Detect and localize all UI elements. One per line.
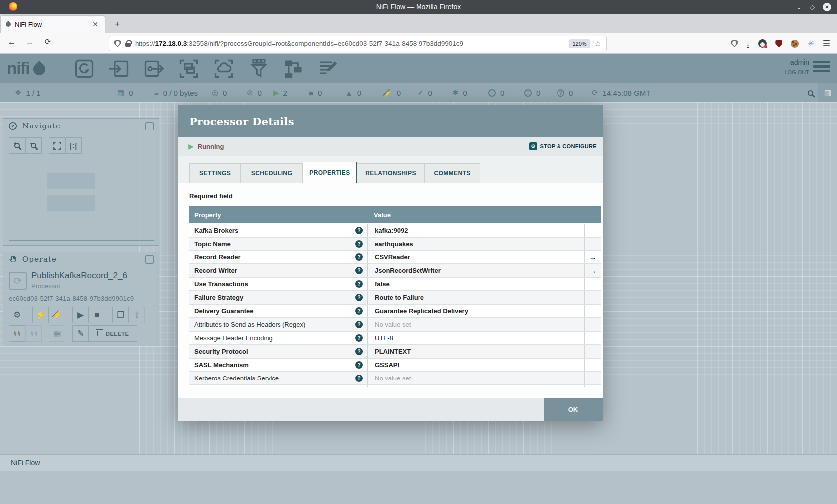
page-zoom-badge[interactable]: 120% (569, 39, 590, 48)
help-icon[interactable]: ? (355, 375, 363, 382)
disable-button[interactable]: ⚡ (49, 307, 65, 323)
tab-relationships[interactable]: RELATIONSHIPS (357, 163, 424, 183)
url-bar[interactable]: https://172.18.0.3:32558/nifi/?processGr… (109, 36, 607, 51)
browser-menu-button[interactable]: ☰ (823, 38, 830, 49)
help-icon[interactable]: ? (355, 334, 363, 342)
property-name: Attributes to Send as Headers (Regex) (194, 321, 305, 328)
status-item-locally-modified-stale: !0 (524, 83, 540, 102)
tab-settings[interactable]: SETTINGS (189, 163, 241, 183)
navigate-collapse-button[interactable]: – (145, 122, 154, 130)
window-maximize-button[interactable]: ◇ (810, 3, 815, 11)
tab-scheduling[interactable]: SCHEDULING (241, 163, 303, 183)
global-menu-button[interactable] (813, 61, 830, 74)
window-minimize-button[interactable]: ⌄ (796, 3, 802, 11)
zoom-in-button[interactable]: + (9, 137, 25, 154)
paste-button[interactable]: ⧉ (25, 325, 42, 342)
birdseye-minimap[interactable] (9, 161, 154, 241)
funnel-icon[interactable] (247, 57, 270, 80)
property-row: Failure Strategy?Route to Failure (189, 291, 601, 305)
zoom-fit-button[interactable] (49, 137, 65, 154)
ok-button[interactable]: OK (544, 398, 603, 421)
properties-pane: Required field Property Value Kafka Brok… (178, 183, 603, 398)
zoom-out-button[interactable]: − (25, 137, 42, 154)
help-icon[interactable]: ? (355, 307, 363, 315)
help-icon[interactable]: ? (355, 280, 363, 288)
output-port-icon[interactable] (142, 57, 165, 80)
status-count: 0 (536, 89, 540, 97)
status-count: 0 (463, 89, 467, 97)
extension-ublock-icon[interactable] (775, 40, 782, 48)
color-button[interactable]: ✎ (72, 325, 89, 342)
lock-icon[interactable] (125, 43, 131, 47)
forward-button[interactable]: → (24, 37, 36, 47)
help-icon[interactable]: ? (355, 227, 363, 234)
stop-and-configure-button[interactable]: ⚙ STOP & CONFIGURE (529, 142, 597, 150)
status-count: 0 (569, 89, 573, 97)
remote-process-group-icon[interactable] (212, 57, 235, 80)
help-icon[interactable]: ? (355, 294, 363, 301)
help-icon[interactable]: ? (355, 348, 363, 355)
label-icon[interactable] (317, 57, 340, 80)
downloads-icon[interactable]: ↓ (746, 39, 750, 48)
template-icon[interactable] (282, 57, 305, 80)
configure-button[interactable]: ⚙ (9, 307, 25, 323)
enable-button[interactable]: ⚡ (32, 307, 49, 323)
dialog-header: Processor Details (178, 105, 603, 137)
save-template-button[interactable]: ❐ (112, 307, 129, 323)
help-icon[interactable]: ? (355, 321, 363, 328)
tab-properties[interactable]: PROPERTIES (303, 162, 357, 183)
extension-cookie-icon[interactable] (791, 40, 799, 48)
extension-colorful-icon[interactable]: ✳ (807, 39, 814, 48)
window-close-button[interactable]: ✕ (823, 3, 831, 11)
table-body[interactable]: Kafka Brokers?kafka:9092Topic Name?earth… (189, 223, 601, 387)
search-icon[interactable] (808, 89, 813, 98)
property-row: Topic Name?earthquakes (189, 238, 601, 251)
dialog-status-row: ▶ Running ⚙ STOP & CONFIGURE (178, 137, 603, 156)
help-icon[interactable]: ? (355, 267, 363, 274)
go-to-service-icon[interactable]: → (589, 266, 597, 275)
property-row: Delivery Guarantee?Guarantee Replicated … (189, 305, 601, 318)
tab-comments[interactable]: COMMENTS (424, 163, 480, 183)
group-button[interactable]: ▦ (49, 325, 65, 342)
upload-template-button[interactable]: ⇧ (129, 307, 145, 323)
status-item-transmitting: ◎0 (212, 83, 227, 102)
zoom-actual-button[interactable]: |:| (65, 137, 82, 154)
property-value: No value set (367, 385, 584, 387)
up-to-date-icon: ✔ (418, 88, 424, 97)
stop-button[interactable]: ■ (89, 307, 105, 323)
input-port-icon[interactable] (108, 57, 131, 80)
protections-shield-icon[interactable] (731, 40, 738, 47)
new-tab-button[interactable]: + (111, 18, 124, 31)
status-count: 0 (318, 89, 322, 97)
selected-component-id: ec60cd03-52f7-341a-8458-97b3dd9901c9 (9, 295, 134, 302)
status-item-refresh[interactable]: ⟳14:45:08 GMT (592, 83, 650, 102)
reload-button[interactable]: ⟳ (42, 37, 54, 46)
property-row: Attributes to Send as Headers (Regex)?No… (189, 318, 601, 332)
status-count: 0 (258, 89, 262, 97)
locally-modified-stale-icon: ! (524, 89, 532, 97)
breadcrumb-root[interactable]: NiFi Flow (11, 459, 40, 467)
delete-button[interactable]: DELETE (89, 325, 137, 342)
status-count: 0 (357, 89, 361, 97)
copy-button[interactable]: ⧉ (9, 325, 25, 342)
tab-close-button[interactable]: ✕ (91, 20, 100, 28)
extension-mask-icon[interactable] (758, 39, 767, 48)
back-button[interactable]: ← (6, 37, 18, 47)
compass-icon (8, 122, 17, 130)
help-icon[interactable]: ? (355, 253, 363, 261)
go-to-service-icon[interactable]: → (589, 253, 597, 261)
start-button[interactable]: ▶ (72, 307, 89, 323)
process-group-icon[interactable] (177, 57, 200, 80)
refresh-icon: ⟳ (592, 88, 598, 97)
help-icon[interactable]: ? (355, 361, 363, 369)
browser-tab[interactable]: NiFi Flow ✕ (1, 16, 105, 33)
panel-toggle-button[interactable]: ▥ (818, 83, 837, 102)
logout-link[interactable]: LOG OUT (784, 69, 809, 75)
tracking-shield-icon[interactable] (114, 40, 121, 47)
operate-collapse-button[interactable]: – (145, 255, 154, 264)
property-row: Security Protocol?PLAINTEXT (189, 345, 601, 359)
property-value: Route to Failure (367, 291, 584, 304)
bookmark-star-icon[interactable]: ☆ (595, 39, 601, 48)
processor-icon[interactable] (73, 57, 96, 80)
help-icon[interactable]: ? (355, 240, 363, 248)
